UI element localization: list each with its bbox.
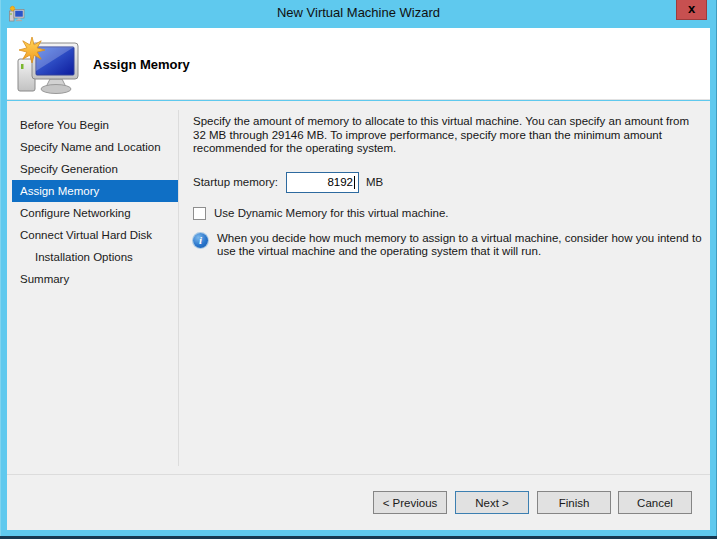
sidebar-item-summary[interactable]: Summary bbox=[7, 268, 178, 290]
startup-memory-unit: MB bbox=[366, 176, 383, 188]
window-title: New Virtual Machine Wizard bbox=[0, 5, 717, 20]
dynamic-memory-label: Use Dynamic Memory for this virtual mach… bbox=[214, 207, 449, 219]
sidebar-item-connect-virtual-hard-disk[interactable]: Connect Virtual Hard Disk bbox=[7, 224, 178, 246]
close-button[interactable]: x bbox=[676, 0, 707, 20]
step-description: Specify the amount of memory to allocate… bbox=[193, 115, 703, 156]
finish-button[interactable]: Finish bbox=[537, 491, 611, 514]
page-title: Assign Memory bbox=[93, 57, 190, 72]
sidebar-item-specify-name-and-location[interactable]: Specify Name and Location bbox=[7, 136, 178, 158]
footer: < Previous Next > Finish Cancel bbox=[7, 475, 710, 530]
dynamic-memory-checkbox[interactable] bbox=[193, 207, 206, 220]
dynamic-memory-row: Use Dynamic Memory for this virtual mach… bbox=[193, 207, 702, 220]
next-button[interactable]: Next > bbox=[455, 491, 529, 514]
step-content: Specify the amount of memory to allocate… bbox=[179, 101, 710, 474]
info-icon: i bbox=[193, 233, 208, 248]
startup-memory-input-wrap bbox=[286, 172, 359, 193]
sidebar-item-before-you-begin[interactable]: Before You Begin bbox=[7, 114, 178, 136]
previous-button[interactable]: < Previous bbox=[373, 491, 447, 514]
info-note-text: When you decide how much memory to assig… bbox=[217, 232, 702, 259]
startup-memory-input[interactable] bbox=[286, 172, 359, 193]
wizard-steps-sidebar: Before You Begin Specify Name and Locati… bbox=[7, 114, 178, 290]
wizard-header: Assign Memory bbox=[7, 28, 710, 100]
wizard-body: Before You Begin Specify Name and Locati… bbox=[7, 101, 710, 474]
sidebar-item-installation-options[interactable]: Installation Options bbox=[7, 246, 178, 268]
startup-memory-label: Startup memory: bbox=[193, 176, 278, 188]
new-vm-computer-starburst-icon bbox=[15, 35, 81, 95]
sidebar-item-assign-memory[interactable]: Assign Memory bbox=[12, 180, 178, 202]
sidebar-item-configure-networking[interactable]: Configure Networking bbox=[7, 202, 178, 224]
window-left-edge bbox=[0, 0, 1, 539]
titlebar: New Virtual Machine Wizard x bbox=[0, 0, 717, 28]
info-note: i When you decide how much memory to ass… bbox=[193, 232, 702, 259]
startup-memory-row: Startup memory: MB bbox=[193, 172, 702, 193]
sidebar-item-specify-generation[interactable]: Specify Generation bbox=[7, 158, 178, 180]
cancel-button[interactable]: Cancel bbox=[618, 491, 692, 514]
text-caret bbox=[354, 176, 355, 189]
